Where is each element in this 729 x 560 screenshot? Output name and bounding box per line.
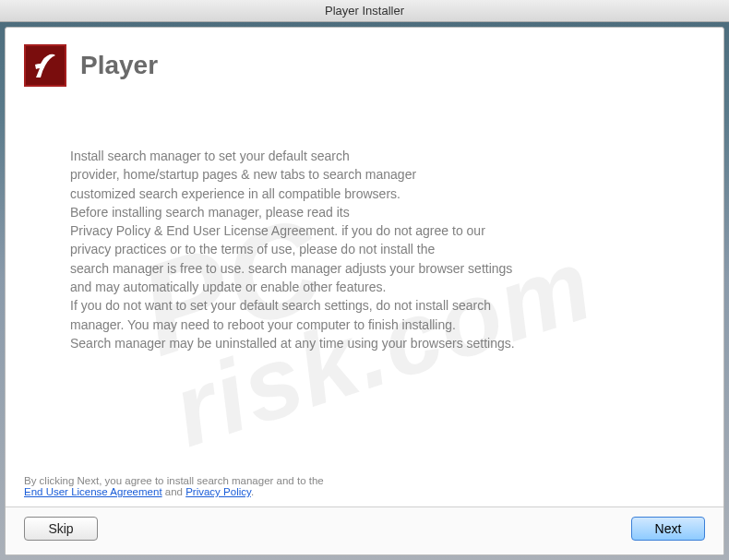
window-title: Player Installer [325,4,404,18]
app-title: Player [80,51,158,80]
body-line: Install search manager to set your defau… [70,147,659,165]
eula-link[interactable]: End User License Agreement [24,486,162,497]
body-line: search manager is free to use. search ma… [70,259,659,278]
flash-player-icon [24,44,66,87]
notice-and: and [162,486,186,497]
body-line: Privacy Policy & End User License Agreem… [70,221,659,240]
next-button[interactable]: Next [631,517,705,541]
installer-window: PC risk.com Player Install search manage… [5,27,724,555]
body-line: and may automatically update or enable o… [70,278,659,296]
body-line: If you do not want to set your default s… [70,296,659,315]
installer-header: Player [6,28,723,96]
window-title-bar: Player Installer [0,0,729,22]
notice-text: By clicking Next, you agree to install s… [24,475,324,486]
notice-period: . [251,486,254,497]
body-line: Search manager may be uninstalled at any… [70,334,659,352]
button-bar: Skip Next [6,506,723,554]
body-line: customized search experience in all comp… [70,185,659,203]
footer-notice: By clicking Next, you agree to install s… [6,464,723,506]
body-line: provider, home/startup pages & new tabs … [70,165,659,184]
skip-button[interactable]: Skip [24,517,98,541]
privacy-policy-link[interactable]: Privacy Policy [185,486,251,497]
body-line: privacy practices or to the terms of use… [70,240,659,258]
body-line: Before installing search manager, please… [70,203,659,221]
body-text: Install search manager to set your defau… [6,96,723,464]
body-line: manager. You may need to reboot your com… [70,316,659,334]
